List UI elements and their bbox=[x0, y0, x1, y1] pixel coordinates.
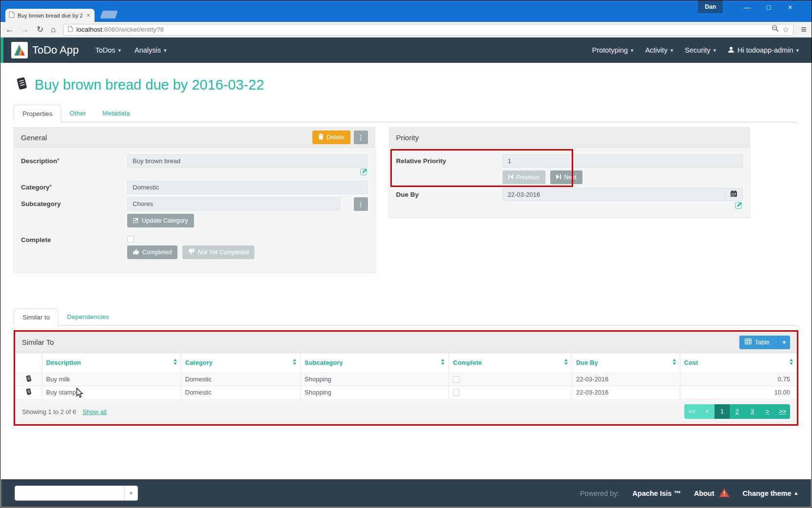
subcategory-more-actions-button[interactable]: ⋮ bbox=[354, 197, 368, 211]
cell-cost: 0.75 bbox=[680, 373, 797, 386]
property-tabs: Properties Other Metadata bbox=[14, 105, 798, 122]
next-button[interactable]: Next bbox=[550, 170, 582, 184]
browser-menu-icon[interactable]: ≡ bbox=[801, 24, 807, 35]
page-2-button[interactable]: 2 bbox=[730, 404, 745, 419]
edit-description-icon[interactable] bbox=[360, 168, 368, 177]
sort-icon[interactable] bbox=[293, 359, 296, 366]
app-footer: ▾ Powered by: Apache Isis ™ About Change… bbox=[1, 479, 811, 507]
menu-todos[interactable]: ToDos ▾ bbox=[89, 42, 127, 58]
browser-tab[interactable]: Buy brown bread due by 20 × bbox=[5, 9, 95, 22]
chevron-down-icon: ▾ bbox=[671, 47, 674, 54]
showing-summary: Showing 1 to 2 of 6 bbox=[22, 408, 76, 415]
cell-subcategory: Shopping bbox=[300, 373, 448, 386]
edit-due-by-icon[interactable] bbox=[735, 201, 743, 211]
table-grid-icon bbox=[745, 339, 752, 346]
table-view-button[interactable]: Table ▾ bbox=[739, 336, 790, 349]
priority-panel: Priority Relative Priority 1 bbox=[389, 127, 751, 218]
col-complete: Complete bbox=[453, 359, 482, 366]
menu-activity[interactable]: Activity ▾ bbox=[639, 42, 679, 58]
cell-description[interactable]: Buy stamps bbox=[42, 386, 181, 399]
cell-due-by: 22-03-2016 bbox=[572, 386, 680, 399]
window-controls: Dan — □ × bbox=[698, 0, 801, 14]
menu-prototyping[interactable]: Prototyping ▾ bbox=[586, 42, 639, 58]
sort-icon[interactable] bbox=[174, 359, 177, 366]
cell-category: Domestic bbox=[181, 386, 300, 399]
user-icon bbox=[728, 46, 735, 55]
table-row[interactable]: Buy stamps Domestic Shopping 22-03-2016 … bbox=[15, 386, 797, 399]
navbar-menus-left: ToDos ▾ Analysis ▾ bbox=[89, 42, 172, 58]
delete-button[interactable]: Delete bbox=[312, 131, 350, 144]
general-panel: General Delete ⋮ Description* bbox=[14, 127, 375, 273]
page-prev-button[interactable]: < bbox=[699, 404, 715, 419]
browser-profile-badge[interactable]: Dan bbox=[698, 0, 723, 13]
app-title: ToDo App bbox=[32, 44, 78, 56]
tab-other[interactable]: Other bbox=[61, 105, 95, 122]
tab-similar-to[interactable]: Similar to bbox=[14, 308, 58, 326]
url-bar[interactable]: localhost:8080/wicket/entity?8 ☆ bbox=[63, 24, 794, 36]
menu-user[interactable]: Hi todoapp-admin ▾ bbox=[722, 42, 805, 58]
page-first-button[interactable]: << bbox=[684, 404, 699, 419]
sort-icon[interactable] bbox=[441, 359, 445, 366]
similar-to-table: Description Category Subcategory Complet… bbox=[15, 353, 797, 399]
similar-to-title: Similar To bbox=[22, 338, 54, 346]
general-more-actions-button[interactable]: ⋮ bbox=[354, 131, 368, 144]
page-favicon-icon bbox=[9, 11, 15, 20]
sort-icon[interactable] bbox=[564, 359, 568, 366]
not-yet-completed-button[interactable]: Not Yet Completed bbox=[182, 245, 254, 259]
table-view-caret[interactable]: ▾ bbox=[778, 336, 790, 349]
about-link[interactable]: About bbox=[694, 488, 730, 499]
app-logo-icon bbox=[11, 42, 28, 58]
collection-tabs: Similar to Dependencies bbox=[14, 308, 798, 326]
window-minimize-button[interactable]: — bbox=[736, 0, 758, 14]
page-3-button[interactable]: 3 bbox=[745, 404, 760, 419]
tab-metadata[interactable]: Metadata bbox=[94, 105, 138, 122]
tab-dependencies[interactable]: Dependencies bbox=[58, 308, 117, 325]
page-1-button[interactable]: 1 bbox=[715, 404, 730, 419]
required-mark: * bbox=[50, 184, 52, 189]
change-theme-link[interactable]: Change theme ▴ bbox=[743, 489, 797, 497]
show-all-link[interactable]: Show all bbox=[82, 408, 106, 415]
page-next-button[interactable]: > bbox=[760, 404, 775, 419]
bookmark-star-icon[interactable]: ☆ bbox=[782, 25, 789, 34]
col-description: Description bbox=[46, 359, 81, 366]
navbar-menus-right: Prototyping ▾ Activity ▾ Security ▾ Hi t… bbox=[586, 42, 805, 58]
subcategory-label: Subcategory bbox=[21, 197, 127, 227]
relative-priority-field[interactable]: 1 bbox=[503, 154, 743, 168]
thumbs-down-icon bbox=[188, 248, 194, 256]
todo-note-icon bbox=[14, 76, 29, 94]
new-tab-button[interactable] bbox=[100, 11, 117, 19]
window-close-button[interactable]: × bbox=[779, 0, 801, 14]
subcategory-field[interactable]: Chores bbox=[127, 197, 340, 210]
entity-title: Buy brown bread due by 2016-03-22 bbox=[35, 77, 264, 93]
menu-security[interactable]: Security ▾ bbox=[679, 42, 722, 58]
footer-select[interactable]: ▾ bbox=[15, 486, 138, 501]
page-last-button[interactable]: >> bbox=[775, 404, 790, 419]
menu-analysis[interactable]: Analysis ▾ bbox=[129, 42, 173, 58]
sort-icon[interactable] bbox=[790, 359, 793, 366]
previous-button[interactable]: Previous bbox=[503, 170, 546, 184]
cell-description[interactable]: Buy milk bbox=[42, 373, 181, 386]
window-maximize-button[interactable]: □ bbox=[758, 0, 779, 14]
cell-cost: 10.00 bbox=[680, 386, 797, 399]
tab-properties[interactable]: Properties bbox=[14, 105, 61, 122]
forward-icon[interactable]: → bbox=[21, 25, 29, 34]
update-category-button[interactable]: Update Category bbox=[127, 214, 194, 227]
completed-button[interactable]: Completed bbox=[127, 245, 177, 259]
refresh-icon[interactable]: ↻ bbox=[37, 25, 43, 34]
due-by-field[interactable]: 22-03-2016 bbox=[503, 188, 725, 201]
home-icon[interactable]: ⌂ bbox=[51, 25, 56, 34]
back-icon[interactable]: ← bbox=[5, 25, 14, 34]
table-row[interactable]: Buy milk Domestic Shopping 22-03-2016 0.… bbox=[15, 373, 797, 386]
chevron-up-icon: ▴ bbox=[794, 490, 797, 496]
apache-isis-link[interactable]: Apache Isis ™ bbox=[633, 489, 681, 497]
tab-close-icon[interactable]: × bbox=[85, 12, 91, 19]
calendar-addon[interactable] bbox=[725, 188, 743, 201]
select-caret-icon: ▾ bbox=[125, 490, 137, 496]
app-brand[interactable]: ToDo App bbox=[11, 42, 78, 58]
complete-checkbox[interactable] bbox=[127, 236, 134, 243]
category-field[interactable]: Domestic bbox=[127, 181, 368, 194]
description-field[interactable]: Buy brown bread bbox=[127, 154, 368, 168]
relative-priority-label: Relative Priority bbox=[396, 154, 503, 188]
sort-icon[interactable] bbox=[673, 359, 676, 366]
zoom-out-icon[interactable] bbox=[772, 25, 779, 34]
